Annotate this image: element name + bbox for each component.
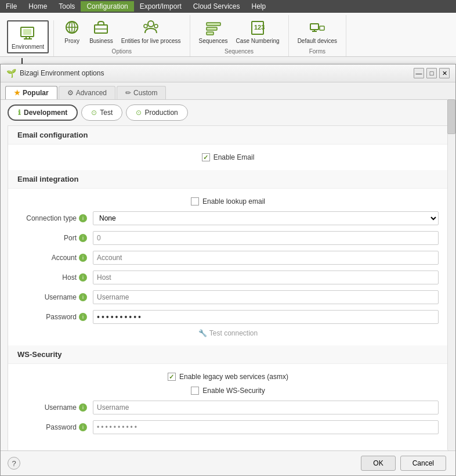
enable-lookup-text: Enable lookup email	[202, 197, 265, 205]
tab-custom[interactable]: ✏ Custom	[117, 86, 166, 99]
tab-popular-label: Popular	[23, 89, 49, 97]
username-row: Username i	[8, 287, 448, 307]
connection-type-info-icon[interactable]: i	[79, 214, 87, 222]
enable-lookup-checkbox[interactable]	[191, 197, 199, 205]
gear-icon: ⚙	[67, 89, 74, 97]
sequences-label: Sequences	[199, 38, 228, 44]
menu-file[interactable]: File	[0, 1, 23, 12]
menu-configuration[interactable]: Configuration	[81, 1, 133, 12]
password-info-icon[interactable]: i	[79, 313, 87, 321]
ribbon-group-env: Environment	[2, 20, 54, 56]
svg-point-11	[148, 21, 154, 27]
scrollbar-thumb[interactable]	[447, 99, 455, 134]
cancel-button[interactable]: Cancel	[400, 456, 446, 471]
svg-rect-19	[310, 24, 319, 30]
tab-advanced[interactable]: ⚙ Advanced	[59, 86, 115, 99]
test-connection-button[interactable]: 🔧 Test connection	[198, 329, 258, 337]
account-info-icon[interactable]: i	[79, 254, 87, 262]
production-icon: ⊙	[136, 109, 142, 117]
ws-security-section: Enable legacy web services (asmx) Enable…	[8, 364, 448, 443]
svg-rect-15	[207, 27, 217, 30]
business-button[interactable]: Business	[85, 15, 117, 47]
host-row: Host i	[8, 268, 448, 287]
menu-help[interactable]: Help	[246, 1, 272, 12]
entities-label: Entities for live process	[121, 38, 181, 44]
connection-type-select[interactable]: None SMTP IMAP POP3	[93, 211, 439, 225]
host-info-icon[interactable]: i	[79, 273, 87, 282]
enable-ws-checkbox[interactable]	[191, 387, 199, 395]
enable-legacy-label[interactable]: Enable legacy web services (asmx)	[168, 373, 288, 381]
case-numbering-button[interactable]: 123 Case Numbering	[232, 15, 284, 47]
ribbon-group-sequences: Sequences 123 Case Numbering Sequences	[190, 15, 289, 56]
scrollbar-track[interactable]	[447, 99, 455, 450]
host-label: Host i	[17, 273, 93, 282]
ok-button[interactable]: OK	[361, 456, 395, 471]
host-input[interactable]	[93, 271, 439, 284]
env-icon	[19, 24, 37, 42]
enable-ws-text: Enable WS-Security	[202, 387, 265, 395]
username-input[interactable]	[93, 290, 439, 304]
svg-text:123: 123	[254, 24, 265, 31]
port-input[interactable]	[93, 231, 439, 245]
username-info-icon[interactable]: i	[79, 293, 87, 301]
ws-username-row: Username i	[8, 398, 448, 417]
menu-cloud[interactable]: Cloud Services	[187, 1, 246, 12]
subtab-production[interactable]: ⊙ Production	[126, 104, 187, 121]
enable-ws-row: Enable WS-Security	[8, 384, 448, 398]
enable-legacy-checkbox[interactable]	[168, 373, 176, 381]
default-devices-button[interactable]: Default devices	[294, 15, 341, 47]
svg-rect-20	[320, 26, 324, 30]
tab-advanced-label: Advanced	[76, 89, 107, 97]
account-input[interactable]	[93, 251, 439, 265]
entities-button[interactable]: Entities for live process	[117, 15, 185, 47]
subtab-development[interactable]: ℹ Development	[8, 104, 78, 121]
case-numbering-label: Case Numbering	[236, 38, 280, 44]
tab-popular[interactable]: ★ Popular	[5, 86, 57, 99]
menu-home[interactable]: Home	[23, 1, 53, 12]
ws-password-input[interactable]	[93, 420, 439, 434]
enable-email-label[interactable]: Enable Email	[202, 153, 255, 161]
connection-type-text: Connection type	[26, 214, 77, 222]
dialog-overlay: 🌱 Bizagi Environment options — □ ✕ ★ Pop…	[0, 64, 456, 476]
ws-security-header: WS-Security	[8, 345, 448, 364]
menu-export[interactable]: Export/Import	[134, 1, 187, 12]
enable-legacy-row: Enable legacy web services (asmx)	[8, 370, 448, 384]
test-icon: ⊙	[91, 109, 97, 117]
port-label: Port i	[17, 234, 93, 242]
password-text: Password	[46, 313, 77, 321]
menu-tools[interactable]: Tools	[53, 1, 81, 12]
email-integration-section: Enable lookup email Connection type i No…	[8, 189, 448, 345]
dialog-footer: OK Cancel	[1, 450, 455, 475]
sequences-button[interactable]: Sequences	[195, 15, 232, 47]
port-info-icon[interactable]: i	[79, 234, 87, 242]
ws-username-info-icon[interactable]: i	[79, 403, 87, 412]
info-circle-icon: ℹ	[18, 109, 21, 117]
close-button[interactable]: ✕	[439, 68, 450, 78]
ws-password-text: Password	[46, 423, 77, 431]
enable-email-row: Enable Email	[8, 150, 448, 164]
enable-email-checkbox[interactable]	[202, 153, 210, 161]
proxy-icon	[63, 18, 81, 37]
connection-type-control: None SMTP IMAP POP3	[93, 211, 439, 225]
port-control	[93, 231, 439, 245]
subtab-production-label: Production	[144, 109, 178, 117]
subtab-test[interactable]: ⊙ Test	[81, 104, 122, 121]
help-button[interactable]: ?	[8, 457, 20, 470]
ws-password-label: Password i	[17, 423, 93, 431]
ribbon-group-options: Proxy Business	[54, 15, 190, 56]
subtab-test-label: Test	[100, 109, 113, 117]
maximize-button[interactable]: □	[426, 68, 437, 78]
enable-ws-label[interactable]: Enable WS-Security	[191, 387, 265, 395]
email-config-section: Enable Email	[8, 145, 448, 170]
enable-lookup-label[interactable]: Enable lookup email	[191, 197, 265, 205]
username-control	[93, 290, 439, 304]
password-input[interactable]	[93, 310, 439, 324]
ws-username-label: Username i	[17, 403, 93, 412]
ws-username-input[interactable]	[93, 401, 439, 414]
ws-password-info-icon[interactable]: i	[79, 423, 87, 431]
environment-button[interactable]: Environment	[7, 20, 49, 53]
minimize-button[interactable]: —	[414, 68, 424, 78]
proxy-button[interactable]: Proxy	[59, 15, 85, 47]
entities-icon	[142, 18, 160, 37]
host-control	[93, 271, 439, 284]
